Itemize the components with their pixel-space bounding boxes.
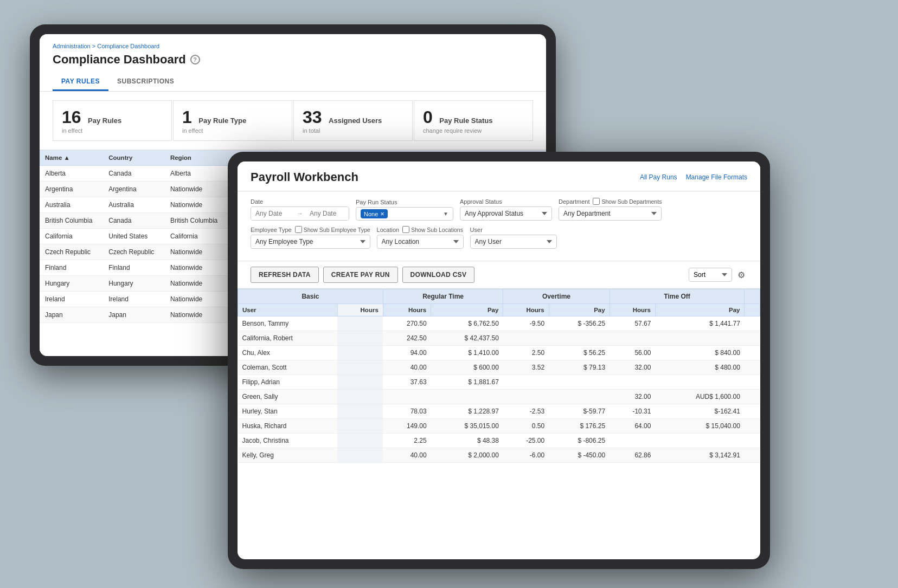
department-label: Department bbox=[559, 198, 589, 205]
all-pay-runs-link[interactable]: All Pay Runs bbox=[640, 173, 677, 181]
table-row[interactable]: Green, Sally 32.00 AUD$ 1,600.00 bbox=[238, 390, 760, 404]
stat-pay-rule-status-sub: change require review bbox=[423, 127, 524, 134]
settings-icon[interactable]: ⚙ bbox=[735, 269, 747, 281]
pay-run-status-select[interactable]: None × ▼ bbox=[356, 207, 453, 221]
employee-type-select[interactable]: Any Employee Type bbox=[251, 235, 370, 249]
rt-hours-cell: 242.50 bbox=[383, 331, 431, 346]
location-select[interactable]: Any Location bbox=[377, 235, 464, 249]
ot-hours-cell: 3.52 bbox=[503, 360, 549, 375]
sort-select[interactable]: Sort bbox=[689, 268, 732, 282]
col-name[interactable]: Name ▲ bbox=[40, 150, 103, 166]
pay-run-status-label: Pay Run Status bbox=[356, 199, 453, 205]
group-overtime: Overtime bbox=[503, 289, 610, 304]
region-cell: Nationwide bbox=[165, 260, 228, 276]
filter-row-1: Date → Pay Run Status None × bbox=[251, 198, 747, 221]
manage-file-formats-link[interactable]: Manage File Formats bbox=[686, 173, 747, 181]
stat-pay-rule-type-num: 1 bbox=[182, 107, 192, 127]
region-cell: Alberta bbox=[165, 166, 228, 182]
table-row[interactable]: Huska, Richard 149.00 $ 35,015.00 0.50 $… bbox=[238, 419, 760, 434]
col-actions-header bbox=[745, 304, 760, 316]
stat-pay-rules-sub: in effect bbox=[62, 127, 163, 134]
name-cell: California bbox=[40, 229, 103, 244]
show-sub-loc-label: Show Sub Locations bbox=[402, 226, 463, 233]
stat-assigned-users-num: 33 bbox=[303, 107, 322, 127]
table-row[interactable]: Filipp, Adrian 37.63 $ 1,881.67 bbox=[238, 375, 760, 390]
ot-hours-cell: -6.00 bbox=[503, 448, 549, 463]
to-pay-cell: $ 1,441.77 bbox=[655, 316, 745, 331]
rt-hours-cell: 40.00 bbox=[383, 360, 431, 375]
col-region[interactable]: Region bbox=[165, 150, 228, 166]
user-cell: Jacob, Christina bbox=[238, 434, 338, 448]
payroll-table: Basic Regular Time Overtime Time Off Use… bbox=[238, 289, 760, 463]
ot-pay-cell: $-59.77 bbox=[549, 404, 610, 419]
to-pay-cell bbox=[655, 375, 745, 390]
region-cell: British Columbia bbox=[165, 213, 228, 229]
table-row[interactable]: Hurley, Stan 78.03 $ 1,228.97 -2.53 $-59… bbox=[238, 404, 760, 419]
date-to-input[interactable] bbox=[305, 207, 349, 220]
tab-pay-rules[interactable]: PAY RULES bbox=[53, 73, 108, 91]
show-sub-emp-label: Show Sub Employee Type bbox=[295, 226, 370, 233]
refresh-data-button[interactable]: REFRESH DATA bbox=[251, 267, 319, 283]
basic-hours-cell bbox=[337, 331, 383, 346]
user-cell: Chu, Alex bbox=[238, 346, 338, 360]
basic-hours-cell bbox=[337, 360, 383, 375]
breadcrumb: Administration > Compliance Dashboard bbox=[53, 43, 533, 49]
name-cell: British Columbia bbox=[40, 213, 103, 229]
tab-subscriptions[interactable]: SUBSCRIPTIONS bbox=[108, 73, 183, 91]
user-select[interactable]: Any User bbox=[470, 235, 557, 249]
show-sub-dept-checkbox[interactable] bbox=[593, 198, 600, 205]
date-range-input[interactable]: → bbox=[251, 206, 349, 221]
location-filter-group: Location Show Sub Locations Any Location bbox=[377, 226, 464, 249]
payroll-header: Payroll Workbench All Pay Runs Manage Fi… bbox=[238, 161, 760, 191]
ot-hours-cell bbox=[503, 331, 549, 346]
to-hours-cell bbox=[610, 434, 655, 448]
country-cell: Japan bbox=[103, 307, 165, 323]
table-row[interactable]: California, Robert 242.50 $ 42,437.50 bbox=[238, 331, 760, 346]
date-from-input[interactable] bbox=[251, 207, 294, 220]
table-row[interactable]: Benson, Tammy 270.50 $ 6,762.50 -9.50 $ … bbox=[238, 316, 760, 331]
basic-hours-cell bbox=[337, 346, 383, 360]
pay-run-status-group: Pay Run Status None × ▼ bbox=[356, 199, 453, 221]
payroll-actions: REFRESH DATA CREATE PAY RUN DOWNLOAD CSV… bbox=[238, 261, 760, 289]
to-hours-cell: -10.31 bbox=[610, 404, 655, 419]
tablet-payroll: Payroll Workbench All Pay Runs Manage Fi… bbox=[228, 152, 770, 569]
col-ot-hours: Hours bbox=[503, 304, 549, 316]
to-hours-cell: 32.00 bbox=[610, 360, 655, 375]
download-csv-button[interactable]: DOWNLOAD CSV bbox=[402, 267, 475, 283]
stat-pay-rules: 16 Pay Rules in effect bbox=[53, 100, 172, 141]
sort-wrap: Sort ⚙ bbox=[689, 268, 747, 282]
show-sub-emp-checkbox[interactable] bbox=[295, 226, 302, 233]
show-sub-loc-checkbox[interactable] bbox=[402, 226, 409, 233]
table-row[interactable]: Kelly, Greg 40.00 $ 2,000.00 -6.00 $ -45… bbox=[238, 448, 760, 463]
col-country[interactable]: Country bbox=[103, 150, 165, 166]
stat-pay-rules-label: Pay Rules bbox=[88, 117, 121, 125]
rt-hours-cell: 2.25 bbox=[383, 434, 431, 448]
col-to-pay: Pay bbox=[655, 304, 745, 316]
department-select[interactable]: Any Department bbox=[559, 206, 662, 221]
stats-bar: 16 Pay Rules in effect 1 Pay Rule Type i… bbox=[40, 92, 546, 150]
table-row[interactable]: Coleman, Scott 40.00 $ 600.00 3.52 $ 79.… bbox=[238, 360, 760, 375]
filter-row-2: Employee Type Show Sub Employee Type Any… bbox=[251, 226, 747, 249]
region-cell: California bbox=[165, 229, 228, 244]
ot-hours-cell bbox=[503, 390, 549, 404]
to-hours-cell: 64.00 bbox=[610, 419, 655, 434]
user-cell: Green, Sally bbox=[238, 390, 338, 404]
user-cell: Huska, Richard bbox=[238, 419, 338, 434]
remove-none-tag[interactable]: × bbox=[380, 210, 384, 217]
name-cell: Japan bbox=[40, 307, 103, 323]
approval-status-select[interactable]: Any Approval Status bbox=[460, 206, 552, 221]
date-filter-group: Date → bbox=[251, 198, 349, 221]
to-hours-cell bbox=[610, 331, 655, 346]
ot-hours-cell: -9.50 bbox=[503, 316, 549, 331]
name-cell: Australia bbox=[40, 197, 103, 213]
table-row[interactable]: Chu, Alex 94.00 $ 1,410.00 2.50 $ 56.25 … bbox=[238, 346, 760, 360]
table-row[interactable]: Jacob, Christina 2.25 $ 48.38 -25.00 $ -… bbox=[238, 434, 760, 448]
help-icon[interactable]: ? bbox=[190, 55, 200, 64]
group-regular-time: Regular Time bbox=[383, 289, 503, 304]
stat-assigned-users: 33 Assigned Users in total bbox=[293, 100, 413, 141]
country-cell: United States bbox=[103, 229, 165, 244]
country-cell: Canada bbox=[103, 213, 165, 229]
create-pay-run-button[interactable]: CREATE PAY RUN bbox=[323, 267, 398, 283]
ot-pay-cell bbox=[549, 331, 610, 346]
rt-hours-cell: 94.00 bbox=[383, 346, 431, 360]
